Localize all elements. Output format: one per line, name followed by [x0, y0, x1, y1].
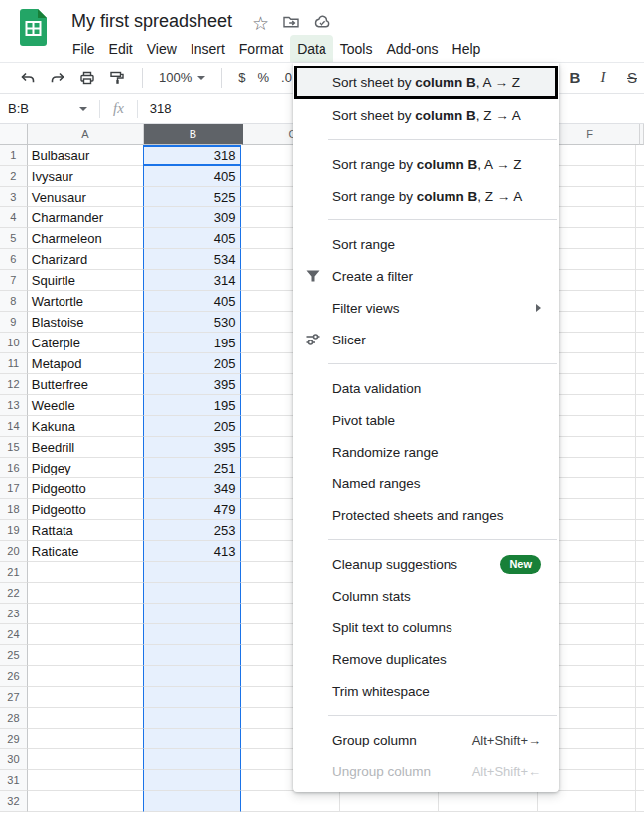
- cell-a23[interactable]: [28, 604, 143, 624]
- cell-b12[interactable]: 395: [143, 374, 241, 395]
- cell-a6[interactable]: Charizard: [28, 249, 143, 270]
- row-header-16[interactable]: 16: [0, 458, 28, 478]
- row-header-6[interactable]: 6: [0, 249, 28, 270]
- sheets-logo-icon[interactable]: [20, 9, 47, 50]
- cell-b16[interactable]: 251: [143, 458, 241, 478]
- menu-item-sort-sheet-by-column-b-a-z[interactable]: Sort sheet by column B, A → Z: [294, 66, 558, 99]
- cell-a25[interactable]: [28, 645, 143, 666]
- cell-a4[interactable]: Charmander: [28, 207, 143, 228]
- row-header-28[interactable]: 28: [0, 708, 28, 729]
- cell-b25[interactable]: [143, 645, 241, 666]
- row-header-13[interactable]: 13: [0, 395, 28, 416]
- cell-a22[interactable]: [28, 583, 143, 604]
- menubar-item-file[interactable]: File: [65, 35, 102, 62]
- row-header-25[interactable]: 25: [0, 645, 28, 666]
- menubar-item-add-ons[interactable]: Add-ons: [379, 35, 445, 62]
- cell-b21[interactable]: [143, 562, 241, 583]
- cell-b31[interactable]: [143, 770, 241, 791]
- menu-item-sort-range[interactable]: Sort range: [293, 228, 559, 260]
- cell-a14[interactable]: Kakuna: [28, 416, 143, 437]
- select-all-corner[interactable]: [0, 124, 28, 145]
- cell-a2[interactable]: Ivysaur: [28, 166, 143, 187]
- row-header-22[interactable]: 22: [0, 583, 28, 604]
- menubar-item-data[interactable]: Data: [290, 35, 333, 62]
- row-header-1[interactable]: 1: [0, 145, 28, 166]
- menu-item-slicer[interactable]: Slicer: [293, 324, 559, 355]
- row-header-12[interactable]: 12: [0, 374, 28, 395]
- column-header-b[interactable]: B: [144, 124, 243, 145]
- cell-b30[interactable]: [143, 749, 241, 770]
- move-folder-icon[interactable]: [282, 13, 300, 35]
- cell-a20[interactable]: Raticate: [28, 541, 143, 562]
- cell-b1[interactable]: 318: [143, 145, 241, 166]
- menu-item-sort-range-by-column-b-a-z[interactable]: Sort range by column B, A → Z: [293, 148, 559, 180]
- cell-a7[interactable]: Squirtle: [28, 270, 143, 291]
- cell-b20[interactable]: 413: [143, 541, 241, 562]
- formula-input[interactable]: 318: [150, 101, 172, 116]
- row-header-15[interactable]: 15: [0, 437, 28, 458]
- menubar-item-help[interactable]: Help: [446, 35, 488, 62]
- cell-b23[interactable]: [143, 604, 241, 624]
- menu-item-trim-whitespace[interactable]: Trim whitespace: [293, 675, 559, 707]
- cell-b19[interactable]: 253: [143, 520, 241, 541]
- cell-b14[interactable]: 205: [143, 416, 241, 437]
- menubar-item-edit[interactable]: Edit: [102, 35, 140, 62]
- cell-b17[interactable]: 349: [143, 478, 241, 499]
- cell-a19[interactable]: Rattata: [28, 520, 143, 541]
- cell-a17[interactable]: Pidgeotto: [28, 478, 143, 499]
- row-header-17[interactable]: 17: [0, 478, 28, 499]
- row-header-9[interactable]: 9: [0, 312, 28, 333]
- cell-b13[interactable]: 195: [143, 395, 241, 416]
- redo-button[interactable]: [49, 69, 66, 87]
- menu-item-split-text-to-columns[interactable]: Split text to columns: [293, 611, 559, 643]
- cell-b4[interactable]: 309: [143, 207, 241, 228]
- row-header-24[interactable]: 24: [0, 624, 28, 645]
- menu-item-column-stats[interactable]: Column stats: [293, 580, 559, 611]
- row-header-21[interactable]: 21: [0, 562, 28, 583]
- decrease-decimal-button[interactable]: .0: [281, 70, 292, 85]
- cell-d32[interactable]: [340, 791, 439, 812]
- paint-format-button[interactable]: [108, 69, 126, 87]
- menubar-item-tools[interactable]: Tools: [333, 35, 380, 62]
- cell-a1[interactable]: Bulbasaur: [28, 145, 143, 166]
- row-header-10[interactable]: 10: [0, 333, 28, 353]
- cell-a12[interactable]: Butterfree: [28, 374, 143, 395]
- cell-a27[interactable]: [28, 687, 143, 708]
- row-header-32[interactable]: 32: [0, 791, 28, 812]
- cell-b5[interactable]: 405: [143, 228, 241, 249]
- row-header-3[interactable]: 3: [0, 187, 28, 207]
- italic-button[interactable]: I: [594, 69, 612, 86]
- cell-b2[interactable]: 405: [143, 166, 241, 187]
- cell-a21[interactable]: [28, 562, 143, 583]
- cell-a26[interactable]: [28, 666, 143, 687]
- cell-a11[interactable]: Metapod: [28, 353, 143, 374]
- menu-item-data-validation[interactable]: Data validation: [293, 372, 559, 404]
- name-box[interactable]: B:B: [0, 94, 99, 123]
- row-header-27[interactable]: 27: [0, 687, 28, 708]
- cell-a30[interactable]: [28, 749, 143, 770]
- cell-a15[interactable]: Beedrill: [28, 437, 143, 458]
- cell-a5[interactable]: Charmeleon: [28, 228, 143, 249]
- menubar-item-view[interactable]: View: [140, 35, 184, 62]
- column-header-a[interactable]: A: [28, 124, 144, 145]
- cell-b10[interactable]: 195: [143, 333, 241, 353]
- row-header-20[interactable]: 20: [0, 541, 28, 562]
- row-header-7[interactable]: 7: [0, 270, 28, 291]
- cell-b24[interactable]: [143, 624, 241, 645]
- menu-item-cleanup-suggestions[interactable]: Cleanup suggestionsNew: [293, 548, 559, 580]
- cell-b8[interactable]: 405: [143, 291, 241, 312]
- cell-b18[interactable]: 479: [143, 499, 241, 520]
- cell-a31[interactable]: [28, 770, 143, 791]
- menu-item-named-ranges[interactable]: Named ranges: [293, 468, 559, 499]
- cell-b3[interactable]: 525: [143, 187, 241, 207]
- row-header-19[interactable]: 19: [0, 520, 28, 541]
- cell-a13[interactable]: Weedle: [28, 395, 143, 416]
- menu-item-sort-range-by-column-b-z-a[interactable]: Sort range by column B, Z → A: [293, 180, 559, 211]
- menu-item-sort-sheet-by-column-b-z-a[interactable]: Sort sheet by column B, Z → A: [293, 99, 559, 131]
- cell-a9[interactable]: Blastoise: [28, 312, 143, 333]
- row-header-8[interactable]: 8: [0, 291, 28, 312]
- cell-b22[interactable]: [143, 583, 241, 604]
- cloud-saved-icon[interactable]: [313, 13, 332, 35]
- cell-e32[interactable]: [439, 791, 537, 812]
- menu-item-randomize-range[interactable]: Randomize range: [293, 436, 559, 468]
